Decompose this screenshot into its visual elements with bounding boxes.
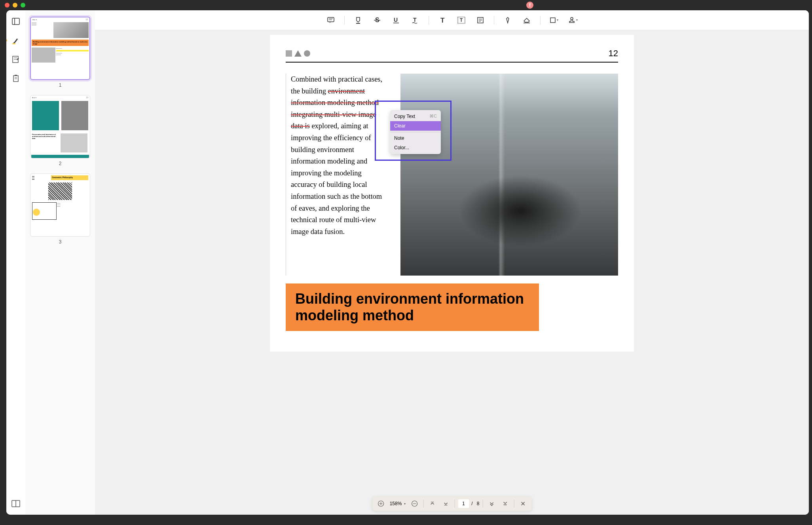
svg-text:T: T [440,17,445,24]
minimize-window-button[interactable] [13,3,17,8]
text-tool-icon[interactable]: T [437,15,448,26]
window-titlebar: T [0,0,538,10]
comment-tool-icon[interactable] [325,15,336,26]
ctx-color[interactable]: Color... [390,143,441,152]
page-12: 12 Combined with practical cases, the bu… [270,35,538,351]
thumbnail-2-preview[interactable]: ■▲●13 Preservation and inheritance of ar… [30,95,90,158]
svg-rect-7 [15,75,17,76]
fullscreen-window-button[interactable] [21,3,25,8]
svg-text:T: T [413,17,417,23]
toolbar-separator [344,16,345,25]
thumbnails-panel[interactable]: ■▲●12 ▬▬▬▬▬▬▬▬▬▬▬▬ Building environment … [25,10,95,351]
struck-text[interactable]: environment information modeling method … [291,87,379,130]
thumbnail-1[interactable]: ■▲●12 ▬▬▬▬▬▬▬▬▬▬▬▬ Building environment … [30,17,90,88]
app-window: ■▲●12 ▬▬▬▬▬▬▬▬▬▬▬▬ Building environment … [6,10,538,351]
thumbnail-3[interactable]: ▬▬▬▬▬▬Geometric Philosophy ▬▬▬▬▬▬▬▬▬ 3 [30,173,90,245]
context-menu: Copy Text⌘C Clear Note Color... [390,110,441,154]
note-tool-icon[interactable] [475,15,486,26]
eraser-tool-icon[interactable] [521,15,532,26]
article-title-banner: Building environment information modelin… [286,283,538,331]
highlighter-tool-icon[interactable] [11,36,21,45]
notes-icon[interactable] [11,55,21,64]
document-viewport[interactable]: 12 Combined with practical cases, the bu… [95,10,538,351]
thumbnail-3-preview[interactable]: ▬▬▬▬▬▬Geometric Philosophy ▬▬▬▬▬▬▬▬▬ [30,173,90,237]
user-avatar[interactable]: T [526,2,533,9]
thumbnail-1-number: 1 [30,82,90,88]
ctx-separator [390,132,441,132]
left-rail [6,10,25,351]
thumbnail-2-number: 2 [30,161,90,166]
svg-rect-2 [12,43,15,44]
highlight-tool-icon[interactable] [353,15,364,26]
page-logo-shapes [286,50,310,57]
toolbar-separator [429,16,429,25]
pen-tool-icon[interactable] [502,15,513,26]
traffic-lights [5,3,25,8]
toolbar-separator [494,16,494,25]
svg-text:T: T [460,17,463,23]
svg-text:U: U [394,17,398,23]
clipboard-icon[interactable] [11,74,21,83]
underline-tool-icon[interactable]: U [391,15,402,26]
ctx-clear[interactable]: Clear [390,121,441,131]
sidebar-toggle-icon[interactable] [11,17,21,26]
strikethrough-tool-icon[interactable]: S [372,15,383,26]
annotation-toolbar: S U T T T ▾ ▾ [95,10,538,30]
svg-rect-0 [12,18,19,25]
thumbnail-2[interactable]: ■▲●13 Preservation and inheritance of ar… [30,95,90,166]
ctx-note[interactable]: Note [390,133,441,143]
textbox-tool-icon[interactable]: T [456,15,467,26]
close-window-button[interactable] [5,3,9,8]
thumbnail-1-preview[interactable]: ■▲●12 ▬▬▬▬▬▬▬▬▬▬▬▬ Building environment … [30,17,90,80]
ctx-copy-text[interactable]: Copy Text⌘C [390,112,441,121]
thumbnail-3-number: 3 [30,239,90,245]
squiggly-tool-icon[interactable]: T [410,15,421,26]
